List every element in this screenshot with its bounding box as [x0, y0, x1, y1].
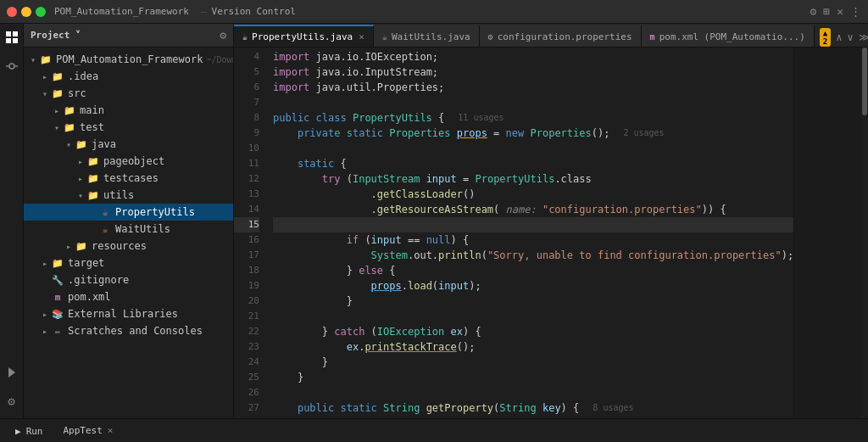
tree-gitignore[interactable]: 🔧 .gitignore — [24, 271, 233, 288]
close-dot[interactable] — [7, 7, 17, 17]
java-file-icon: ☕ — [98, 222, 112, 236]
tree-propertyutils[interactable]: ☕ PropertyUtils — [24, 204, 233, 221]
more-tabs-icon[interactable]: ≫ — [859, 31, 868, 43]
folder-icon: 📁 — [51, 256, 64, 270]
gear-icon[interactable]: ⚙ — [220, 29, 226, 42]
java-tab-icon: ☕ — [242, 32, 248, 42]
tree-item-label: utils — [103, 189, 134, 201]
tree-main[interactable]: ▸ 📁 main — [24, 102, 233, 119]
sidebar-header-icons: ⚙ — [220, 29, 226, 42]
tab-waitutils[interactable]: ☕ WaitUtils.java — [374, 25, 480, 47]
code-line — [273, 217, 793, 232]
nav-up-icon[interactable]: ∧ — [836, 31, 842, 43]
project-title: Project ˅ — [31, 30, 220, 41]
tree-item-label: main — [80, 104, 104, 116]
tab-propertyutils[interactable]: ☕ PropertyUtils.java × — [234, 25, 374, 47]
code-line: if (input == null) { — [273, 232, 793, 248]
apptest-close-button[interactable]: × — [108, 425, 114, 436]
activity-bar-bottom: ⚙ — [2, 362, 22, 418]
folder-arrow: ▸ — [75, 174, 86, 183]
tree-item-label: target — [68, 257, 104, 269]
folder-arrow: ▾ — [75, 191, 86, 200]
tree-test[interactable]: ▾ 📁 test — [24, 119, 233, 136]
line-numbers: 4 5 6 7 8 9 10 11 12 13 14 15 16 17 18 1… — [234, 48, 266, 418]
close-icon[interactable]: ✕ — [837, 5, 843, 18]
tree-utils[interactable]: ▾ 📁 utils — [24, 187, 233, 204]
tree-pageobject[interactable]: ▸ 📁 pageobject — [24, 153, 233, 170]
tab-pom[interactable]: m pom.xml (POM_Automatio...) — [642, 25, 815, 47]
svg-point-4 — [9, 64, 14, 69]
code-content[interactable]: import java.io.IOException; import java.… — [266, 48, 793, 418]
tab-label: WaitUtils.java — [392, 31, 470, 42]
tree-external-libs[interactable]: ▸ 📚 External Libraries — [24, 305, 233, 322]
tree-resources[interactable]: ▸ 📁 resources — [24, 238, 233, 255]
tab-configuration[interactable]: ⚙ configuration.properties — [480, 25, 642, 47]
scrollbar-thumb[interactable] — [862, 48, 867, 115]
xml-file-icon: m — [51, 290, 64, 304]
editor-area: ☕ PropertyUtils.java × ☕ WaitUtils.java … — [234, 24, 868, 418]
tab-label: configuration.properties — [498, 31, 632, 42]
props-tab-icon: ⚙ — [488, 32, 493, 42]
svg-rect-3 — [13, 38, 18, 43]
xml-tab-icon: m — [650, 32, 655, 42]
tree-item-label: resources — [92, 240, 147, 252]
tree-idea[interactable]: ▸ 📁 .idea — [24, 68, 233, 85]
tree-item-label: src — [68, 87, 86, 99]
folder-icon: 📁 — [86, 188, 100, 202]
build-icon[interactable] — [2, 362, 22, 383]
activity-bar: ⚙ — [0, 24, 24, 418]
warning-badge: ▲ 2 — [820, 28, 831, 47]
tree-item-label: .gitignore — [68, 274, 129, 286]
commit-icon[interactable] — [2, 56, 22, 76]
folder-icon: 📁 — [75, 239, 88, 253]
split-icon[interactable]: ⊞ — [823, 5, 830, 18]
code-line: } catch (IOException ex) { — [273, 324, 793, 339]
code-line: .getResourceAsStream( name: "configurati… — [273, 202, 793, 217]
folder-arrow: ▾ — [51, 123, 63, 132]
settings-icon[interactable]: ⚙ — [810, 5, 817, 18]
minimize-dot[interactable] — [21, 7, 31, 17]
folder-icon: 📁 — [86, 154, 100, 168]
tab-bar: ☕ PropertyUtils.java × ☕ WaitUtils.java … — [234, 24, 868, 48]
tree-root[interactable]: ▾ 📁 POM_Automation_Framework ~/Downloads… — [24, 51, 233, 68]
folder-arrow: ▸ — [39, 259, 51, 268]
tree-item-label: testcases — [103, 172, 159, 184]
run-tab[interactable]: ▶ Run — [7, 419, 52, 443]
editor-minimap — [793, 48, 861, 418]
settings-sidebar-icon[interactable]: ⚙ — [2, 391, 22, 411]
tree-waitutils[interactable]: ☕ WaitUtils — [24, 221, 233, 238]
code-line: } — [273, 294, 793, 309]
file-tree: ▾ 📁 POM_Automation_Framework ~/Downloads… — [24, 48, 233, 418]
tree-java[interactable]: ▾ 📁 java — [24, 136, 233, 153]
tree-scratches[interactable]: ▸ ✏ Scratches and Consoles — [24, 322, 233, 339]
code-line: public class PropertyUtils { 11 usages — [273, 110, 793, 126]
more-icon[interactable]: ⋮ — [850, 5, 861, 18]
code-line — [273, 385, 793, 400]
maximize-dot[interactable] — [36, 7, 46, 17]
tree-item-label: PropertyUtils — [115, 206, 195, 218]
tree-pomxml[interactable]: m pom.xml — [24, 288, 233, 305]
svg-rect-1 — [13, 31, 18, 36]
tree-testcases[interactable]: ▸ 📁 testcases — [24, 170, 233, 187]
bottom-bar: ▶ Run AppTest × — [0, 418, 868, 442]
apptest-tab[interactable]: AppTest × — [55, 419, 122, 443]
code-line — [273, 309, 793, 324]
code-line — [273, 95, 793, 110]
folder-arrow: ▾ — [27, 55, 39, 64]
tree-item-label: pageobject — [103, 155, 164, 167]
sidebar: Project ˅ ⚙ ▾ 📁 POM_Automation_Framework… — [24, 24, 234, 418]
tree-src[interactable]: ▾ 📁 src — [24, 85, 233, 102]
editor-scrollbar[interactable] — [861, 48, 868, 418]
nav-down-icon[interactable]: ∨ — [847, 31, 853, 43]
tree-item-label: POM_Automation_Framework — [56, 53, 203, 65]
folder-icon: 📁 — [86, 171, 100, 185]
title-bar-actions: ⚙ ⊞ ✕ ⋮ — [810, 5, 861, 18]
tree-target[interactable]: ▸ 📁 target — [24, 255, 233, 271]
project-icon[interactable] — [2, 27, 22, 48]
svg-rect-2 — [6, 38, 11, 43]
tree-item-label: pom.xml — [68, 291, 111, 303]
code-line: try (InputStream input = PropertyUtils.c… — [273, 171, 793, 187]
code-line: ex.printStackTrace(); — [273, 339, 793, 355]
tree-item-label: test — [80, 121, 104, 133]
tab-close-button[interactable]: × — [359, 31, 364, 42]
